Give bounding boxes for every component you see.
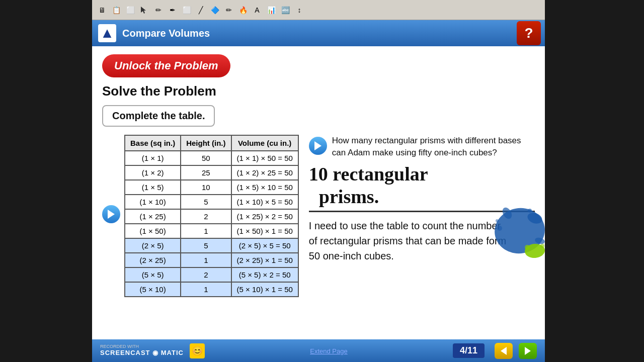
table-cell-8-2: (5 × 5) × 2 = 50 bbox=[231, 267, 298, 282]
svg-marker-1 bbox=[102, 28, 112, 38]
toolbar-icon-line[interactable]: ╱ bbox=[195, 4, 207, 16]
table-cell-5-2: (1 × 50) × 1 = 50 bbox=[231, 224, 298, 238]
right-side: How many rectangular prisms with differe… bbox=[309, 135, 535, 263]
table-cell-3-0: (1 × 10) bbox=[125, 195, 181, 209]
table-cell-6-0: (2 × 5) bbox=[125, 238, 181, 253]
table-row: (1 × 50)1(1 × 50) × 1 = 50 bbox=[125, 224, 298, 238]
table-cell-4-2: (1 × 25) × 2 = 50 bbox=[231, 209, 298, 224]
table-row: (2 × 25)1(2 × 25) × 1 = 50 bbox=[125, 253, 298, 267]
header-logo bbox=[98, 24, 116, 42]
table-cell-2-1: 10 bbox=[181, 180, 231, 195]
table-cell-9-0: (5 × 10) bbox=[125, 282, 181, 297]
col-header-base: Base (sq in.) bbox=[125, 135, 181, 151]
question-box: How many rectangular prisms with differe… bbox=[309, 135, 535, 159]
table-cell-3-1: 5 bbox=[181, 195, 231, 209]
volume-table: Base (sq in.) Height (in.) Volume (cu in… bbox=[124, 135, 299, 297]
content-row: Base (sq in.) Height (in.) Volume (cu in… bbox=[102, 135, 535, 297]
screencast-logo: RECORDED WITH SCREENCAST ◉ MATIC bbox=[100, 344, 184, 357]
svg-point-11 bbox=[540, 244, 544, 248]
table-cell-5-0: (1 × 50) bbox=[125, 224, 181, 238]
table-row: (1 × 10)5(1 × 10) × 5 = 50 bbox=[125, 195, 298, 209]
toolbar-icon-display[interactable]: 📋 bbox=[110, 4, 122, 16]
table-row: (1 × 25)2(1 × 25) × 2 = 50 bbox=[125, 209, 298, 224]
bottom-text: I need to use the table to count the num… bbox=[309, 218, 510, 263]
table-cell-1-2: (1 × 2) × 25 = 50 bbox=[231, 165, 298, 180]
page-indicator: 4/11 bbox=[453, 343, 485, 358]
table-row: (5 × 5)2(5 × 5) × 2 = 50 bbox=[125, 267, 298, 282]
nav-arrow-left[interactable] bbox=[102, 205, 120, 223]
table-cell-7-1: 1 bbox=[181, 253, 231, 267]
header-title: Compare Volumes bbox=[122, 28, 511, 39]
table-cell-6-2: (2 × 5) × 5 = 50 bbox=[231, 238, 298, 253]
table-cell-5-1: 1 bbox=[181, 224, 231, 238]
complete-table-box: Complete the table. bbox=[102, 105, 215, 127]
svg-point-9 bbox=[524, 243, 545, 258]
svg-point-10 bbox=[525, 245, 530, 250]
question-text: How many rectangular prisms with differe… bbox=[332, 135, 535, 159]
next-page-button[interactable] bbox=[519, 343, 537, 359]
toolbar: 🖥 📋 ⬜ ✏ ✒ ⬜ ╱ 🔷 ✏ 🔥 A 📊 🔤 ↕ bbox=[92, 0, 545, 20]
solve-heading: Solve the Problem bbox=[102, 83, 535, 99]
table-cell-0-1: 50 bbox=[181, 151, 231, 165]
table-cell-7-0: (2 × 25) bbox=[125, 253, 181, 267]
toolbar-icon-pen[interactable]: ✏ bbox=[152, 4, 165, 16]
table-row: (1 × 5)10(1 × 5) × 10 = 50 bbox=[125, 180, 298, 195]
svg-point-3 bbox=[526, 211, 543, 225]
table-cell-7-2: (2 × 25) × 1 = 50 bbox=[231, 253, 298, 267]
table-cell-0-0: (1 × 1) bbox=[125, 151, 181, 165]
svg-point-8 bbox=[534, 236, 545, 245]
table-row: (1 × 2)25(1 × 2) × 25 = 50 bbox=[125, 165, 298, 180]
table-cell-8-1: 2 bbox=[181, 267, 231, 282]
unlock-problem-button[interactable]: Unlock the Problem bbox=[102, 54, 230, 77]
header-bar: Compare Volumes ? bbox=[92, 20, 545, 46]
table-cell-4-0: (1 × 25) bbox=[125, 209, 181, 224]
main-window: 🖥 📋 ⬜ ✏ ✒ ⬜ ╱ 🔷 ✏ 🔥 A 📊 🔤 ↕ Compare Volu… bbox=[92, 0, 545, 362]
toolbar-icon-fill[interactable]: 🔥 bbox=[237, 4, 249, 16]
help-button[interactable]: ? bbox=[517, 21, 541, 45]
table-cell-8-0: (5 × 5) bbox=[125, 267, 181, 282]
handwritten-answer: 10 rectangular prisms. bbox=[309, 163, 535, 212]
toolbar-icon-image[interactable]: 📊 bbox=[265, 4, 277, 16]
table-cell-2-0: (1 × 5) bbox=[125, 180, 181, 195]
handwritten-line1: 10 rectangular bbox=[309, 163, 535, 186]
col-header-volume: Volume (cu in.) bbox=[231, 135, 298, 151]
toolbar-icon-monitor[interactable]: 🖥 bbox=[96, 4, 108, 16]
table-row: (2 × 5)5(2 × 5) × 5 = 50 bbox=[125, 238, 298, 253]
extend-page-link[interactable]: Extend Page bbox=[310, 347, 347, 355]
question-arrow-icon bbox=[309, 137, 327, 155]
table-cell-6-1: 5 bbox=[181, 238, 231, 253]
table-cell-2-2: (1 × 5) × 10 = 50 bbox=[231, 180, 298, 195]
toolbar-icon-rect[interactable]: ⬜ bbox=[124, 4, 136, 16]
extend-link: Extend Page bbox=[211, 346, 447, 355]
toolbar-icon-text[interactable]: A bbox=[251, 4, 263, 16]
table-cell-4-1: 2 bbox=[181, 209, 231, 224]
handwritten-line2: prisms. bbox=[319, 186, 535, 209]
table-cell-0-2: (1 × 1) × 50 = 50 bbox=[231, 151, 298, 165]
toolbar-icon-select[interactable] bbox=[138, 4, 150, 16]
table-cell-9-1: 1 bbox=[181, 282, 231, 297]
left-side: Base (sq in.) Height (in.) Volume (cu in… bbox=[102, 135, 299, 297]
table-row: (5 × 10)1(5 × 10) × 1 = 50 bbox=[125, 282, 298, 297]
table-cell-9-2: (5 × 10) × 1 = 50 bbox=[231, 282, 298, 297]
table-cell-3-2: (1 × 10) × 5 = 50 bbox=[231, 195, 298, 209]
content-area: Unlock the Problem Solve the Problem Com… bbox=[92, 46, 545, 339]
table-row: (1 × 1)50(1 × 1) × 50 = 50 bbox=[125, 151, 298, 165]
table-cell-1-1: 25 bbox=[181, 165, 231, 180]
toolbar-icon-arrow[interactable]: ↕ bbox=[293, 4, 305, 16]
toolbar-icon-eraser[interactable]: ⬜ bbox=[181, 4, 193, 16]
toolbar-icon-stamp[interactable]: 🔷 bbox=[209, 4, 221, 16]
screencast-name-text: SCREENCAST ◉ MATIC bbox=[100, 349, 184, 357]
prev-page-button[interactable] bbox=[495, 343, 513, 359]
recorded-with-text: RECORDED WITH bbox=[100, 344, 184, 349]
user-icon[interactable]: 😊 bbox=[190, 343, 205, 358]
toolbar-icon-marker[interactable]: ✏ bbox=[223, 4, 235, 16]
svg-marker-0 bbox=[141, 7, 146, 14]
table-cell-1-0: (1 × 2) bbox=[125, 165, 181, 180]
col-header-height: Height (in.) bbox=[181, 135, 231, 151]
toolbar-icon-font[interactable]: 🔤 bbox=[279, 4, 291, 16]
toolbar-icon-pencil[interactable]: ✒ bbox=[167, 4, 179, 16]
bottom-bar: RECORDED WITH SCREENCAST ◉ MATIC 😊 Exten… bbox=[92, 339, 545, 362]
